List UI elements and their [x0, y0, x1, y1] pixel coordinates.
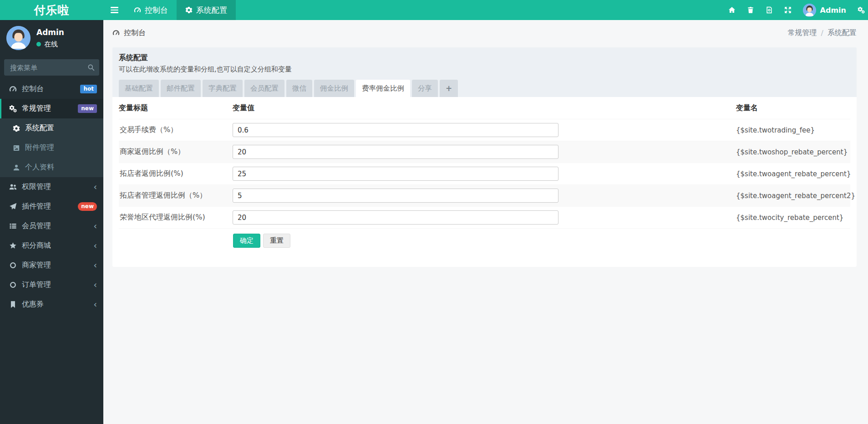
table-header-row: 变量标题 变量值 变量名 — [119, 97, 850, 119]
variable-name: {$site.twoagent_rebate_percent2} — [736, 192, 855, 200]
table-row: 商家返佣比例（%） {$site.twoshop_rebate_percent} — [119, 141, 850, 163]
variable-value-input[interactable] — [233, 145, 558, 159]
bookmark-icon — [9, 301, 17, 308]
config-table: 变量标题 变量值 变量名 交易手续费（%） {$site.twotrading_… — [112, 97, 857, 267]
sidebar-search — [4, 59, 99, 76]
sidebar-item-dashboard[interactable]: 控制台 hot — [0, 79, 103, 99]
header-variable-title: 变量标题 — [119, 103, 233, 113]
sidebar-item-attachment-management[interactable]: 附件管理 — [0, 138, 103, 158]
table-row: 拓店者返佣比例(%) {$site.twoagent_rebate_percen… — [119, 163, 850, 185]
sidebar-item-general-management[interactable]: 常规管理 new — [0, 99, 103, 118]
circle-icon — [9, 281, 17, 289]
tab-share[interactable]: 分享 — [412, 80, 438, 97]
variable-title: 拓店者管理返佣比例（%） — [119, 191, 233, 200]
new-badge: new — [78, 202, 97, 210]
breadcrumb-parent[interactable]: 常规管理 — [788, 28, 817, 38]
variable-name: {$site.twoagent_rebate_percent} — [736, 170, 851, 178]
chevron-left-icon: ‹ — [93, 222, 97, 230]
chevron-left-icon: ‹ — [93, 281, 97, 289]
tab-rate-commission-ratio[interactable]: 费率佣金比例 — [356, 80, 410, 97]
page-title: 系统配置 — [119, 53, 850, 63]
main-content: 控制台 常规管理 / 系统配置 系统配置 可以在此增改系统的变量和分组,也可以自… — [103, 0, 868, 424]
sidebar-item-plugin-management[interactable]: 插件管理 new — [0, 197, 103, 216]
sidebar-item-member-management[interactable]: 会员管理 ‹ — [0, 216, 103, 236]
tab-dictionary-config[interactable]: 字典配置 — [203, 80, 243, 97]
sidebar-item-points-mall[interactable]: 积分商城 ‹ — [0, 236, 103, 255]
online-status-label: 在线 — [44, 40, 58, 49]
gear-icon — [13, 125, 20, 132]
tab-wechat[interactable]: 微信 — [286, 80, 312, 97]
tab-mail-config[interactable]: 邮件配置 — [161, 80, 201, 97]
sidebar: Admin 在线 控制台 hot 常规管理 new 系统配置 — [0, 20, 103, 424]
table-row: 交易手续费（%） {$site.twotrading_fee} — [119, 119, 850, 141]
user-menu[interactable]: Admin — [797, 4, 852, 17]
chevron-left-icon: ‹ — [93, 183, 97, 191]
search-icon — [87, 64, 95, 71]
breadcrumb-right: 常规管理 / 系统配置 — [788, 28, 857, 38]
top-bar: 付乐啦 控制台 系统配置 Admin — [0, 0, 868, 20]
home-button[interactable] — [723, 0, 741, 20]
add-tab-button[interactable]: + — [440, 80, 458, 97]
sidebar-item-order-management[interactable]: 订单管理 ‹ — [0, 275, 103, 295]
variable-title: 荣誉地区代理返佣比例(%) — [119, 213, 233, 222]
circle-icon — [9, 261, 17, 269]
breadcrumb-left[interactable]: 控制台 — [112, 28, 146, 38]
variable-name: {$site.twocity_rebate_percent} — [736, 214, 850, 222]
variable-title: 交易手续费（%） — [119, 125, 233, 135]
confirm-button[interactable]: 确定 — [233, 234, 260, 248]
chevron-left-icon: ‹ — [93, 261, 97, 270]
table-row: 荣誉地区代理返佣比例(%) {$site.twocity_rebate_perc… — [119, 207, 850, 229]
variable-title: 拓店者返佣比例(%) — [119, 169, 233, 179]
variable-value-input[interactable] — [233, 189, 558, 203]
brand-logo[interactable]: 付乐啦 — [0, 0, 103, 20]
cogs-icon — [9, 105, 17, 112]
tachometer-icon — [134, 6, 141, 14]
trash-icon — [747, 6, 754, 14]
sidebar-item-profile[interactable]: 个人资料 — [0, 158, 103, 177]
star-icon — [9, 242, 17, 250]
breadcrumb-current: 系统配置 — [827, 28, 857, 38]
new-badge: new — [78, 104, 97, 112]
sidebar-item-system-config[interactable]: 系统配置 — [0, 118, 103, 138]
fullscreen-button[interactable] — [779, 0, 797, 20]
sidebar-user-name: Admin — [36, 28, 64, 37]
sidebar-item-permission-management[interactable]: 权限管理 ‹ — [0, 177, 103, 197]
reset-button[interactable]: 重置 — [263, 234, 290, 248]
chevron-left-icon: ‹ — [93, 241, 97, 250]
user-icon — [13, 164, 20, 171]
panel-heading: 系统配置 可以在此增改系统的变量和分组,也可以自定义分组和变量 基础配置 邮件配… — [112, 47, 857, 97]
form-actions: 确定 重置 — [119, 229, 850, 248]
sidebar-toggle-button[interactable] — [103, 0, 125, 20]
home-icon — [728, 6, 736, 14]
user-name: Admin — [820, 6, 846, 15]
online-status-dot — [36, 42, 41, 46]
hot-badge: hot — [80, 85, 97, 93]
topnav-item-system-config[interactable]: 系统配置 — [177, 0, 236, 20]
file-image-icon — [13, 144, 20, 152]
tab-commission-ratio[interactable]: 佣金比例 — [314, 80, 354, 97]
avatar[interactable] — [6, 26, 30, 50]
sidebar-item-merchant-management[interactable]: 商家管理 ‹ — [0, 255, 103, 275]
gear-icon — [185, 6, 193, 14]
expand-icon — [784, 6, 792, 14]
search-button[interactable] — [84, 60, 98, 75]
clear-cache-button[interactable] — [741, 0, 760, 20]
header-variable-value: 变量值 — [233, 103, 736, 113]
log-button[interactable] — [760, 0, 779, 20]
breadcrumb: 控制台 常规管理 / 系统配置 — [103, 20, 868, 46]
cogs-icon — [858, 6, 865, 14]
tab-member-config[interactable]: 会员配置 — [244, 80, 284, 97]
tab-basic-config[interactable]: 基础配置 — [119, 80, 159, 97]
variable-value-input[interactable] — [233, 123, 558, 137]
breadcrumb-separator: / — [821, 29, 823, 37]
page-subtitle: 可以在此增改系统的变量和分组,也可以自定义分组和变量 — [119, 65, 850, 74]
tachometer-icon — [9, 85, 17, 93]
top-nav: 控制台 系统配置 Admin — [103, 0, 868, 20]
variable-name: {$site.twotrading_fee} — [736, 126, 850, 134]
settings-button[interactable] — [852, 0, 868, 20]
chevron-left-icon: ‹ — [93, 300, 97, 309]
sidebar-item-coupon[interactable]: 优惠券 ‹ — [0, 295, 103, 314]
variable-value-input[interactable] — [233, 210, 558, 225]
variable-value-input[interactable] — [233, 167, 558, 181]
topnav-item-dashboard[interactable]: 控制台 — [125, 0, 177, 20]
